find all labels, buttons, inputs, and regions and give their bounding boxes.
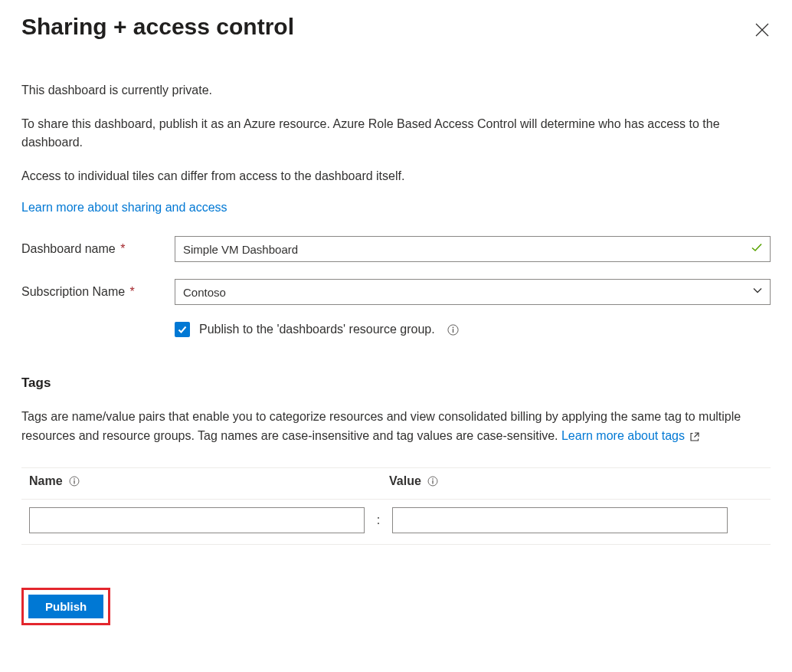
subscription-select[interactable] — [175, 279, 771, 305]
svg-point-3 — [452, 326, 453, 328]
svg-point-10 — [432, 479, 434, 480]
svg-point-7 — [74, 479, 75, 480]
svg-rect-4 — [452, 329, 453, 333]
dashboard-name-label: Dashboard name * — [21, 242, 175, 256]
tags-column-value: Value — [389, 474, 438, 488]
svg-rect-8 — [74, 480, 74, 484]
close-button[interactable] — [751, 18, 774, 41]
tags-description: Tags are name/value pairs that enable yo… — [21, 408, 771, 446]
dashboard-name-input[interactable] — [175, 236, 771, 262]
page-title: Sharing + access control — [21, 14, 294, 40]
svg-rect-11 — [433, 480, 434, 484]
tag-colon-separator: : — [372, 513, 385, 527]
subscription-label: Subscription Name * — [21, 285, 175, 299]
tags-heading: Tags — [21, 375, 771, 391]
learn-tags-link[interactable]: Learn more about tags — [561, 429, 685, 442]
private-notice: This dashboard is currently private. — [21, 81, 771, 100]
publish-highlight: Publish — [21, 588, 110, 625]
tile-access-note: Access to individual tiles can differ fr… — [21, 167, 771, 185]
svg-line-5 — [695, 433, 699, 438]
publish-resource-group-checkbox[interactable] — [175, 322, 190, 337]
share-description: To share this dashboard, publish it as a… — [21, 115, 771, 152]
tag-row: : — [21, 500, 771, 545]
external-link-icon — [689, 431, 700, 442]
tags-table: Name Value : — [21, 467, 771, 545]
tags-column-name: Name — [29, 474, 389, 488]
publish-button[interactable]: Publish — [28, 595, 103, 618]
publish-resource-group-label: Publish to the 'dashboards' resource gro… — [199, 323, 435, 336]
checkmark-icon — [177, 324, 188, 335]
publish-info-icon[interactable] — [447, 324, 459, 336]
tag-value-input[interactable] — [392, 507, 728, 533]
close-icon — [755, 23, 769, 37]
tag-name-info-icon[interactable] — [69, 476, 80, 487]
tag-value-info-icon[interactable] — [427, 476, 438, 487]
tag-name-input[interactable] — [29, 507, 365, 533]
subscription-dropdown-toggle[interactable] — [743, 279, 771, 305]
learn-sharing-link[interactable]: Learn more about sharing and access — [21, 201, 227, 214]
